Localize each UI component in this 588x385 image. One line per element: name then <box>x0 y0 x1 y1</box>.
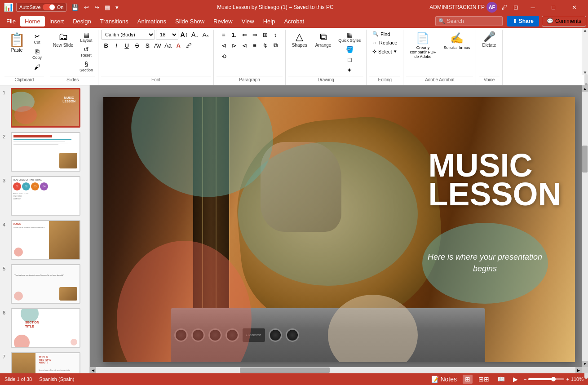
redo-button[interactable]: ↪ <box>92 3 102 12</box>
cut-button[interactable]: ✂ Cut <box>30 31 44 46</box>
shapes-button[interactable]: △ Shapes <box>289 30 310 50</box>
menu-design[interactable]: Design <box>68 16 95 27</box>
shape-outline-button[interactable]: □ <box>336 55 363 65</box>
slide-canvas[interactable]: Blackstar MUSIC LESSON <box>103 97 575 362</box>
menu-animations[interactable]: Animations <box>133 16 171 27</box>
shape-effects-button[interactable]: ✦ <box>336 65 363 75</box>
font-family-select[interactable]: Calibri (Body) <box>101 30 155 40</box>
increase-indent-button[interactable]: ⇒ <box>250 30 260 40</box>
dictate-button[interactable]: 🎤 Dictate <box>479 30 499 50</box>
scroll-h-track[interactable] <box>96 367 575 373</box>
create-pdf-button[interactable]: 📄 Crear y compartir PDF de Adobe <box>406 30 439 61</box>
find-button[interactable]: 🔍 Find <box>369 30 400 38</box>
menu-help[interactable]: Help <box>259 16 280 27</box>
reading-view-button[interactable]: 📖 <box>495 375 507 384</box>
convert-button[interactable]: ⟲ <box>219 51 229 61</box>
text-direction-button[interactable]: ↯ <box>260 40 270 50</box>
scroll-v-thumb[interactable] <box>582 146 588 173</box>
replace-button[interactable]: ↔ Replace <box>369 39 400 47</box>
menu-review[interactable]: Review <box>209 16 237 27</box>
scroll-v-track[interactable] <box>582 92 588 361</box>
paste-button[interactable]: 📋 Paste <box>4 30 29 55</box>
reset-button[interactable]: ↺ Reset <box>77 44 95 59</box>
new-slide-button[interactable]: 🗂 New Slide <box>50 30 76 50</box>
autosave-pill[interactable]: AutoSave On <box>16 3 66 12</box>
slide-thumb-1[interactable]: 1 MUSICLESSON <box>2 87 88 128</box>
options-button[interactable]: ▾ <box>113 3 121 12</box>
horizontal-scrollbar[interactable]: ◀ ▶ <box>90 367 582 373</box>
highlight-button[interactable]: 🖊 <box>184 40 194 50</box>
autosave-toggle[interactable] <box>43 4 55 10</box>
menu-acrobat[interactable]: Acrobat <box>279 16 309 27</box>
scroll-up-button[interactable]: ▲ <box>582 85 588 92</box>
line-spacing-button[interactable]: ↕ <box>270 30 280 40</box>
zoom-bar[interactable] <box>528 378 564 380</box>
menu-transitions[interactable]: Transitions <box>96 16 133 27</box>
justify-button[interactable]: ≡ <box>250 40 260 50</box>
bullet-list-button[interactable]: ≡ <box>219 30 229 40</box>
underline-button[interactable]: U <box>122 40 132 50</box>
zoom-in-icon[interactable]: + <box>566 376 569 382</box>
bold-button[interactable]: B <box>101 40 111 50</box>
slide-thumbnail-3[interactable]: FEATURES OF THIS TOPIC 01 02 03 04 AFFEC… <box>11 176 80 216</box>
color-button[interactable]: A <box>173 40 183 50</box>
case-button[interactable]: Aa <box>163 40 173 50</box>
slide-thumb-4[interactable]: 4 VENUS Lorem ipsum dolor sit amet conse… <box>2 219 88 261</box>
comments-button[interactable]: 💬 Comments <box>542 16 586 27</box>
present-button[interactable]: ▦ <box>102 3 112 12</box>
close-button[interactable]: ✕ <box>564 0 584 14</box>
select-button[interactable]: ⊹ Select ▾ <box>369 47 400 56</box>
maximize-button[interactable]: □ <box>543 0 564 14</box>
spacing-button[interactable]: AV <box>153 40 163 50</box>
slide-thumb-5[interactable]: 5 "This is where you think of something … <box>2 263 88 305</box>
zoom-slider[interactable]: − + 110% <box>524 376 584 382</box>
menu-insert[interactable]: Insert <box>45 16 69 27</box>
clear-format-button[interactable]: Aₓ <box>201 30 211 40</box>
italic-button[interactable]: I <box>111 40 121 50</box>
align-right-button[interactable]: ⊲ <box>239 40 249 50</box>
scroll-right-button[interactable]: ▶ <box>575 367 582 373</box>
slide-thumbnail-7[interactable]: WHAT ISTHIS TOPICABOUT? Lorem ipsum dolo… <box>11 352 80 373</box>
format-painter-button[interactable]: 🖌 <box>30 62 44 72</box>
slide-sorter-button[interactable]: ⊞⊞ <box>476 375 491 384</box>
share-button[interactable]: ⬆ Share <box>507 16 539 27</box>
notes-button[interactable]: 📝 Notes <box>429 375 459 384</box>
vertical-scrollbar[interactable]: ▲ ▼ <box>582 85 588 367</box>
slide-thumbnail-1[interactable]: MUSICLESSON <box>11 88 80 128</box>
slide-thumbnail-4[interactable]: VENUS Lorem ipsum dolor sit amet consect… <box>11 220 80 260</box>
scroll-down-button[interactable]: ▼ <box>582 361 588 367</box>
canvas-area[interactable]: Blackstar MUSIC LESSON <box>90 85 588 373</box>
ink-button[interactable]: 🖊 <box>499 3 509 12</box>
quick-styles-button[interactable]: ▦ Quick Styles <box>336 30 363 44</box>
align-center-button[interactable]: ⊳ <box>229 40 239 50</box>
scroll-left-button[interactable]: ◀ <box>90 367 96 373</box>
slide-main-title-line2[interactable]: LESSON <box>428 180 561 209</box>
slideshow-button[interactable]: ▶ <box>511 375 520 384</box>
slide-thumb-6[interactable]: 6 SECTIONTITLE <box>2 307 88 349</box>
slide-thumb-7[interactable]: 7 WHAT ISTHIS TOPICABOUT? Lorem ipsum do… <box>2 351 88 373</box>
slide-thumbnail-6[interactable]: SECTIONTITLE <box>11 308 80 348</box>
restore-button[interactable]: ⊡ <box>511 3 521 12</box>
align-left-button[interactable]: ⊲ <box>219 40 229 50</box>
ribbon-scroll-up[interactable]: ▲ <box>583 28 588 33</box>
slide-thumbnail-5[interactable]: "This is where you think of something co… <box>11 264 80 304</box>
menu-home[interactable]: Home <box>20 16 45 27</box>
slide-main-title-line1[interactable]: MUSIC <box>428 151 561 180</box>
search-box[interactable]: 🔍 <box>435 16 503 26</box>
copy-button[interactable]: ⎘ Copy <box>30 47 44 61</box>
search-input[interactable] <box>447 18 492 24</box>
font-shrink-button[interactable]: A↓ <box>190 30 200 40</box>
slide-thumbnail-2[interactable] <box>11 132 80 172</box>
section-button[interactable]: § Section <box>77 59 95 74</box>
slide-thumb-2[interactable]: 2 <box>2 131 88 173</box>
arrange-button[interactable]: ⧉ Arrange <box>312 30 335 50</box>
scroll-h-thumb[interactable] <box>240 367 330 373</box>
ribbon-scroll[interactable]: ▲ ▼ <box>582 28 588 75</box>
save-button[interactable]: 💾 <box>69 3 81 12</box>
font-size-select[interactable]: 18 <box>156 30 178 40</box>
normal-view-button[interactable]: ⊞ <box>463 375 473 384</box>
menu-slideshow[interactable]: Slide Show <box>171 16 209 27</box>
slide-subtitle-bubble[interactable]: Here is where your presentation begins <box>422 223 548 304</box>
request-signatures-button[interactable]: ✍ Solicitar firmas <box>440 30 473 52</box>
undo-button[interactable]: ↩ <box>82 3 91 12</box>
